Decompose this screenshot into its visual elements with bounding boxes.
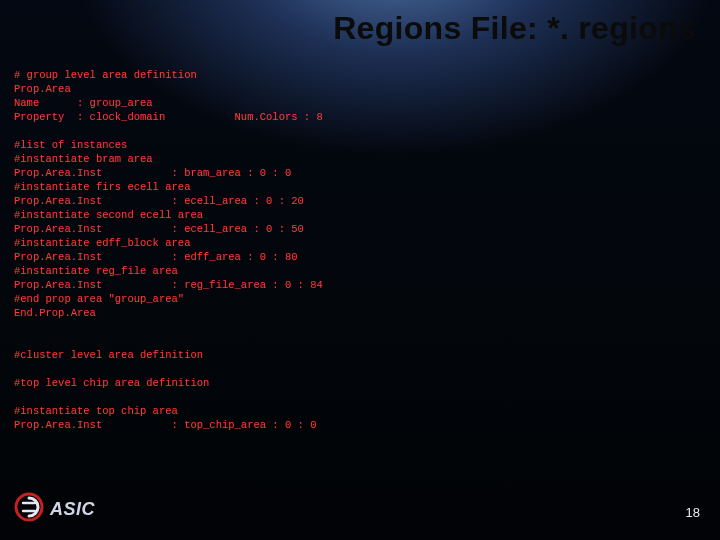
logo-easic-icon — [14, 492, 44, 526]
logo-text: ASIC — [50, 499, 95, 520]
code-listing: # group level area definition Prop.Area … — [14, 68, 474, 432]
brand-logo: ASIC — [14, 492, 95, 526]
page-number: 18 — [686, 505, 700, 520]
slide-title: Regions File: *. regions — [200, 10, 696, 47]
slide-root: Regions File: *. regions # group level a… — [0, 0, 720, 540]
